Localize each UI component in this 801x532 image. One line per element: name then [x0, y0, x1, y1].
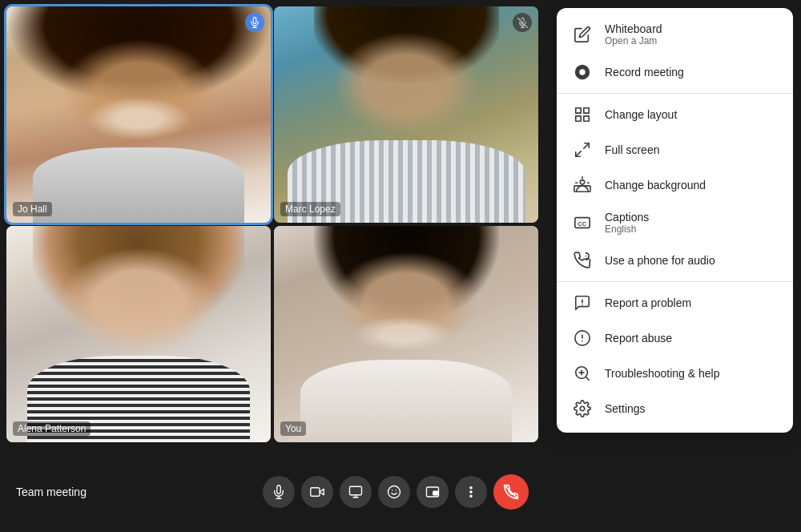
report-abuse-label: Report abuse: [605, 332, 672, 345]
menu-item-background[interactable]: Change background: [557, 167, 793, 203]
menu-item-report-problem[interactable]: Report a problem: [557, 285, 793, 320]
muted-indicator-marc: [513, 13, 532, 32]
svg-point-41: [580, 406, 585, 411]
report-problem-text: Report a problem: [605, 296, 691, 309]
background-label: Change background: [605, 179, 706, 191]
video-tile-marc-lopez: Marc Lopez: [274, 6, 538, 223]
settings-label: Settings: [605, 402, 646, 415]
svg-point-28: [580, 180, 585, 185]
menu-item-captions[interactable]: CC Captions English: [557, 203, 793, 243]
menu-item-fullscreen[interactable]: Full screen: [557, 132, 793, 167]
svg-point-17: [470, 491, 472, 493]
layout-grid-icon: [573, 105, 592, 124]
menu-item-phone-audio[interactable]: Use a phone for audio: [557, 243, 793, 278]
svg-point-18: [470, 495, 472, 497]
captions-label: Captions: [605, 211, 649, 224]
svg-rect-7: [311, 488, 320, 497]
phone-audio-label: Use a phone for audio: [605, 254, 715, 267]
fullscreen-label: Full screen: [605, 143, 659, 156]
svg-rect-23: [584, 108, 589, 113]
svg-point-16: [470, 487, 472, 489]
circle-dot-icon: [573, 62, 592, 82]
active-speaker-indicator-jo: [245, 13, 264, 32]
whiteboard-text: Whiteboard Open a Jam: [605, 22, 662, 46]
svg-line-38: [586, 377, 589, 380]
layout-label: Change layout: [605, 108, 677, 121]
pencil-icon: [573, 25, 592, 44]
layout-text: Change layout: [605, 108, 677, 121]
record-label: Record meeting: [605, 66, 684, 79]
participant-name-you: You: [280, 421, 306, 436]
troubleshooting-label: Troubleshooting & help: [605, 367, 719, 380]
menu-item-report-abuse[interactable]: Report abuse: [557, 320, 793, 356]
reactions-button[interactable]: [378, 476, 410, 508]
fullscreen-icon: [573, 140, 592, 159]
report-problem-label: Report a problem: [605, 296, 691, 309]
present-button[interactable]: [340, 476, 372, 508]
menu-item-layout[interactable]: Change layout: [557, 97, 793, 132]
video-tile-you: You: [274, 226, 538, 442]
svg-point-11: [388, 486, 400, 498]
meeting-title: Team meeting: [16, 486, 87, 498]
video-tile-jo-hall: Jo Hall: [6, 6, 271, 223]
menu-item-record[interactable]: Record meeting: [557, 54, 793, 90]
participant-name-marc-lopez: Marc Lopez: [280, 202, 340, 216]
svg-rect-15: [433, 491, 438, 495]
whiteboard-label: Whiteboard: [605, 22, 662, 35]
video-tile-alena-patterson: Alena Patterson: [6, 226, 271, 442]
divider-2: [557, 281, 793, 282]
svg-line-26: [584, 143, 589, 148]
fullscreen-text: Full screen: [605, 143, 659, 156]
svg-rect-25: [576, 116, 581, 121]
mic-button[interactable]: [263, 476, 295, 508]
menu-item-troubleshooting[interactable]: Troubleshooting & help: [557, 356, 793, 391]
cc-icon: CC: [573, 213, 592, 232]
svg-rect-22: [576, 108, 581, 113]
person-background-icon: [573, 175, 592, 195]
pip-button[interactable]: [417, 476, 449, 508]
phone-audio-text: Use a phone for audio: [605, 254, 715, 267]
svg-line-27: [576, 151, 581, 156]
search-magnify-icon: [573, 364, 592, 383]
chat-warning-icon: [573, 293, 592, 312]
meeting-controls: [263, 474, 529, 510]
participant-video-jo-hall: [6, 6, 271, 223]
phone-icon: [573, 251, 592, 270]
more-options-button[interactable]: [455, 476, 487, 508]
camera-button[interactable]: [301, 476, 333, 508]
warning-circle-icon: [573, 328, 592, 348]
svg-rect-24: [584, 116, 589, 121]
background-text: Change background: [605, 179, 706, 191]
svg-point-21: [579, 69, 585, 75]
context-menu: Whiteboard Open a Jam Record meeting: [557, 8, 793, 433]
participant-video-alena-patterson: [6, 226, 271, 442]
report-abuse-text: Report abuse: [605, 332, 672, 345]
menu-item-settings[interactable]: Settings: [557, 391, 793, 426]
participant-name-alena-patterson: Alena Patterson: [13, 421, 91, 436]
participant-name-jo-hall: Jo Hall: [13, 202, 52, 216]
menu-item-whiteboard[interactable]: Whiteboard Open a Jam: [557, 14, 793, 54]
captions-sublabel: English: [605, 224, 649, 235]
captions-text: Captions English: [605, 211, 649, 235]
svg-text:CC: CC: [578, 220, 587, 228]
whiteboard-sublabel: Open a Jam: [605, 35, 662, 46]
gear-icon: [573, 399, 592, 418]
bottom-bar: Team meeting: [0, 452, 545, 532]
divider-1: [557, 93, 793, 94]
settings-text: Settings: [605, 402, 646, 415]
svg-rect-8: [350, 486, 362, 495]
video-grid: Jo Hall Marc Lopez: [0, 0, 545, 449]
record-text: Record meeting: [605, 66, 684, 79]
troubleshooting-text: Troubleshooting & help: [605, 367, 719, 380]
participant-video-you: [274, 226, 538, 442]
end-call-button[interactable]: [493, 474, 529, 510]
participant-video-marc-lopez: [274, 6, 538, 223]
